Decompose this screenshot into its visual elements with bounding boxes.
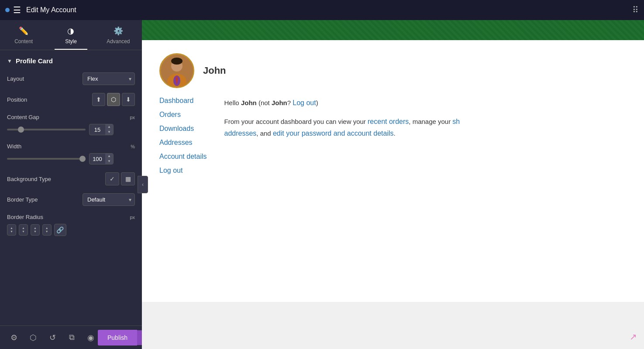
border-radius-label: Border Radius <box>7 214 43 220</box>
border-radius-inputs: ▲ ▼ ▲ ▼ ▲ <box>7 224 135 236</box>
position-center-btn[interactable]: ⬡ <box>107 93 120 106</box>
br-tr-down[interactable]: ▼ <box>22 230 25 233</box>
border-radius-tl: ▲ ▼ <box>7 224 16 236</box>
border-type-row: Border Type Default Solid Dashed Dotted <box>7 193 135 206</box>
nav-addresses[interactable]: Addresses <box>159 139 207 147</box>
border-type-select[interactable]: Default Solid Dashed Dotted <box>83 193 135 206</box>
main-layout: ✏️ Content ◑ Style ⚙️ Advanced ▼ Profile… <box>0 20 644 349</box>
user-name-bold2: John <box>272 99 287 106</box>
profile-name: John <box>203 65 226 76</box>
tab-content[interactable]: ✏️ Content <box>0 20 47 50</box>
layout-row: Layout Flex Block Grid <box>7 72 135 85</box>
publish-button[interactable]: Publish <box>98 330 137 346</box>
content-gap-down[interactable]: ▼ <box>105 130 113 135</box>
content-gap-up[interactable]: ▲ <box>105 124 113 130</box>
tab-style-label: Style <box>65 38 77 44</box>
preview-header-pattern <box>142 20 644 40</box>
avatar-svg <box>161 55 193 87</box>
question-mark: ? <box>287 99 291 106</box>
nav-links: Dashboard Orders Downloads Addresses Acc… <box>159 97 207 174</box>
content-gap-slider[interactable] <box>7 129 86 130</box>
advanced-tab-icon: ⚙️ <box>114 26 123 36</box>
shipping-link[interactable]: sh <box>452 118 460 125</box>
section-title: Profile Card <box>16 57 53 65</box>
border-radius-link-btn[interactable]: 🔗 <box>54 224 66 236</box>
br-tl-up[interactable]: ▲ <box>10 226 13 230</box>
inline-logout-link[interactable]: Log out <box>293 99 316 106</box>
edit-password-link[interactable]: edit your password and account details <box>273 130 394 137</box>
bg-type-label: Background Type <box>7 176 51 182</box>
content-gap-row: Content Gap px ▲ ▼ <box>7 114 135 135</box>
avatar <box>159 53 194 88</box>
profile-card-section-header[interactable]: ▼ Profile Card <box>7 57 135 65</box>
nav-orders[interactable]: Orders <box>159 111 207 119</box>
layout-label: Layout <box>7 75 24 82</box>
nav-dashboard[interactable]: Dashboard <box>159 97 207 105</box>
sidebar-collapse-btn[interactable]: ‹ <box>138 176 148 193</box>
publish-group: Publish ▲ <box>98 330 142 346</box>
br-bl-down[interactable]: ▼ <box>34 230 37 233</box>
period: . <box>394 130 396 137</box>
layout-select[interactable]: Flex Block Grid <box>83 72 135 85</box>
width-down[interactable]: ▼ <box>105 159 113 164</box>
bottom-right-arrow[interactable]: ↗ <box>630 332 637 342</box>
settings-toolbar-btn[interactable]: ⚙ <box>7 331 21 345</box>
content-tab-icon: ✏️ <box>19 26 28 36</box>
publish-expand-btn[interactable]: ▲ <box>137 330 142 345</box>
nav-downloads[interactable]: Downloads <box>159 125 207 133</box>
width-input-wrapper: ▲ ▼ <box>89 153 114 164</box>
toolbar-icons: ⚙ ⬡ ↺ ⧉ ◉ <box>7 331 98 345</box>
history-toolbar-btn[interactable]: ↺ <box>45 331 59 345</box>
position-row: Position ⬆ ⬡ ⬇ <box>7 93 135 106</box>
content-gap-slider-container: ▲ ▼ <box>7 124 135 135</box>
br-tl-down[interactable]: ▼ <box>10 230 13 233</box>
recent-orders-link[interactable]: recent orders <box>368 118 409 125</box>
background-type-row: Background Type ✓ ▦ <box>7 172 135 185</box>
tab-content-label: Content <box>14 38 33 44</box>
width-input[interactable] <box>90 154 105 164</box>
from-text: From your account dashboard you can view… <box>224 118 366 125</box>
layers-toolbar-btn[interactable]: ⬡ <box>26 331 40 345</box>
nav-account-details[interactable]: Account details <box>159 153 207 161</box>
hello-text: Hello <box>224 99 239 106</box>
br-br-up[interactable]: ▲ <box>45 226 48 230</box>
user-name-bold: John <box>241 99 257 106</box>
width-label: Width <box>7 143 21 150</box>
border-radius-bl-spinners: ▲ ▼ <box>34 226 37 234</box>
dashboard-content: Hello John (not John? Log out) From your… <box>224 97 460 188</box>
preview-toolbar-btn[interactable]: ◉ <box>84 331 98 345</box>
addresses-link[interactable]: addresses <box>224 130 257 137</box>
tabs-row: ✏️ Content ◑ Style ⚙️ Advanced <box>0 20 142 50</box>
width-slider[interactable] <box>7 158 86 160</box>
style-tab-icon: ◑ <box>67 26 74 36</box>
content-gap-input-wrapper: ▲ ▼ <box>89 124 114 135</box>
border-radius-tl-spinners: ▲ ▼ <box>10 226 13 234</box>
responsive-toolbar-btn[interactable]: ⧉ <box>65 331 79 345</box>
profile-top: John <box>159 53 627 88</box>
border-type-label: Border Type <box>7 196 38 203</box>
border-radius-row: Border Radius px ▲ ▼ ▲ <box>7 214 135 236</box>
and-text: , and <box>256 130 271 137</box>
position-bottom-btn[interactable]: ⬇ <box>122 93 135 106</box>
br-br-down[interactable]: ▼ <box>45 230 48 233</box>
menu-icon[interactable]: ☰ <box>13 5 21 15</box>
manage-text: , manage your <box>409 118 451 125</box>
bg-gradient-btn[interactable]: ▦ <box>121 172 135 185</box>
width-up[interactable]: ▲ <box>105 154 113 159</box>
profile-two-col: Dashboard Orders Downloads Addresses Acc… <box>159 97 627 188</box>
preview-content: John Dashboard Orders Downloads Addresse… <box>142 40 644 302</box>
tab-style[interactable]: ◑ Style <box>47 20 94 50</box>
position-top-btn[interactable]: ⬆ <box>92 93 105 106</box>
content-gap-input[interactable] <box>90 125 105 135</box>
preview-panel: John Dashboard Orders Downloads Addresse… <box>142 20 644 349</box>
br-bl-up[interactable]: ▲ <box>34 226 37 230</box>
nav-logout[interactable]: Log out <box>159 167 207 174</box>
tab-advanced[interactable]: ⚙️ Advanced <box>95 20 142 50</box>
top-bar: ☰ Edit My Account ⠿ <box>0 0 644 20</box>
border-radius-br: ▲ ▼ <box>42 224 52 236</box>
grid-icon[interactable]: ⠿ <box>632 5 639 15</box>
br-tr-up[interactable]: ▲ <box>22 226 25 230</box>
bottom-toolbar: ⚙ ⬡ ↺ ⧉ ◉ Publish ▲ <box>0 325 142 349</box>
content-gap-spinners: ▲ ▼ <box>105 124 113 135</box>
bg-solid-btn[interactable]: ✓ <box>105 172 119 185</box>
